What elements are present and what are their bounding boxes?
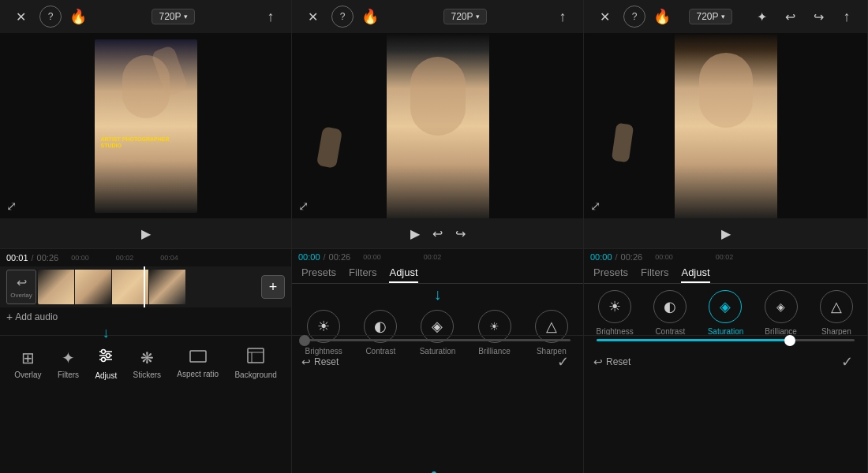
panel-2-header: ✕ ? 🔥 720P ▾ ↑ [292, 0, 583, 33]
video-preview-3 [675, 33, 777, 218]
upload-button-3[interactable]: ↑ [836, 6, 858, 28]
quality-badge-1[interactable]: 720P ▾ [152, 9, 194, 24]
time-current-2: 00:00 [298, 252, 320, 262]
upload-button-1[interactable]: ↑ [260, 6, 282, 28]
saturation-circle-3: ◈ [709, 290, 742, 323]
slider-thumb-3[interactable] [784, 335, 795, 346]
background-icon [247, 348, 264, 367]
magic-button-3[interactable]: ✦ [750, 6, 773, 28]
fullscreen-button-2[interactable]: ⤢ [298, 199, 309, 214]
fullscreen-button-1[interactable]: ⤢ [6, 199, 17, 214]
video-preview-2 [387, 33, 489, 218]
help-button-1[interactable]: ? [39, 6, 62, 28]
panel-3-header: ✕ ? 🔥 720P ▾ ✦ ↩ ↪ ↑ [584, 0, 867, 33]
confirm-button-2[interactable]: ✓ [552, 351, 574, 373]
cover-label: Overlay [10, 292, 32, 299]
panel-1-header: ✕ ? 🔥 720P ▾ ↑ [0, 0, 291, 33]
slider-thumb-2[interactable] [299, 335, 310, 346]
brilliance-circle-3: ◈ [765, 290, 798, 323]
video-panel-2: ✕ ? 🔥 720P ▾ ↑ ⤢ ▶ ↩ ↪ [292, 0, 584, 248]
timeline-track-1[interactable]: ↩ Overlay + [0, 266, 291, 307]
tab-presets-3[interactable]: Presets [593, 266, 628, 283]
play-button-1[interactable]: ▶ [141, 226, 151, 241]
svg-point-5 [102, 358, 106, 362]
close-button-3[interactable]: ✕ [593, 6, 615, 28]
timeline-header-3: 00:00 / 00:26 00:00 00:02 [584, 249, 867, 265]
filters-icon: ✦ [62, 348, 75, 367]
reset-row-3: ↩ Reset ✓ [584, 348, 867, 376]
reset-button-3[interactable]: ↩ Reset [593, 356, 630, 368]
slider-track-3[interactable] [597, 339, 855, 341]
time-current-3: 00:00 [590, 252, 612, 262]
adjust-label: Adjust [95, 371, 117, 380]
nav-aspect-ratio[interactable]: Aspect ratio [172, 344, 223, 383]
stickers-icon: ❋ [140, 348, 154, 367]
bottom-nav-panel: ⊞ Overlay ✦ Filters Ad [0, 336, 292, 473]
undo-button-3[interactable]: ↩ [779, 6, 801, 28]
play-button-2[interactable]: ▶ [410, 226, 420, 241]
play-button-3[interactable]: ▶ [721, 226, 731, 241]
overlay-label: Overlay [14, 371, 41, 379]
flame-icon-2: 🔥 [361, 8, 379, 25]
undo-button-2[interactable]: ↩ [432, 226, 443, 241]
overlay-icon: ⊞ [21, 348, 35, 367]
nav-stickers[interactable]: ❋ Stickers [128, 344, 166, 384]
contrast-circle-3: ◐ [653, 290, 687, 323]
video-area-3: ⤢ [584, 33, 867, 218]
nav-adjust[interactable]: Adjust ↓ [90, 342, 122, 385]
aspect-ratio-label: Aspect ratio [177, 370, 219, 378]
slider-track-2[interactable] [305, 339, 571, 341]
background-label: Background [234, 371, 276, 379]
video-panel-3: ✕ ? 🔥 720P ▾ ✦ ↩ ↪ ↑ ⤢ [584, 0, 868, 248]
tool-sharpen-3[interactable]: △ Sharpen [815, 290, 858, 336]
reset-button-2[interactable]: ↩ Reset [301, 356, 339, 368]
sharpen-circle-3: △ [820, 290, 853, 323]
video-area-1: ARTIST PHOTOGRAPHERstudio ⤢ [0, 33, 291, 218]
quality-label-3: 720P [696, 11, 718, 22]
slider-row-3 [584, 336, 867, 348]
video-preview-1: ARTIST PHOTOGRAPHERstudio [95, 39, 197, 213]
reset-icon-2: ↩ [301, 356, 311, 368]
redo-button-2[interactable]: ↪ [455, 226, 466, 241]
close-button-1[interactable]: ✕ [9, 6, 32, 28]
time-total-3: 00:26 [621, 252, 643, 262]
adjust-arrow: ↓ [103, 325, 110, 341]
add-audio-label: Add audio [15, 311, 58, 322]
tab-presets-2[interactable]: Presets [301, 266, 336, 283]
confirm-button-3[interactable]: ✓ [836, 351, 858, 373]
playhead-1 [144, 266, 145, 307]
nav-overlay[interactable]: ⊞ Overlay [9, 344, 46, 384]
help-button-2[interactable]: ? [331, 6, 354, 28]
bottom-adjust-panel-3: ↩ Reset ✓ [584, 336, 868, 473]
tab-filters-3[interactable]: Filters [641, 266, 668, 283]
reset-icon-3: ↩ [593, 356, 603, 368]
add-clip-button[interactable]: + [261, 275, 285, 299]
quality-badge-2[interactable]: 720P ▾ [443, 9, 486, 24]
tool-saturation-3[interactable]: ◈ Saturation [704, 290, 746, 336]
overlay-text-1: ARTIST PHOTOGRAPHERstudio [101, 136, 170, 150]
stickers-label: Stickers [133, 371, 161, 379]
fullscreen-button-3[interactable]: ⤢ [590, 199, 600, 214]
tool-contrast-3[interactable]: ◐ Contrast [649, 290, 691, 336]
bottom-adjust-panel-2: ↩ Reset ✓ [292, 336, 584, 473]
timeline-panel-2: 00:00 / 00:26 00:00 00:02 Presets Filter… [292, 249, 584, 335]
quality-label-1: 720P [159, 11, 181, 22]
add-audio-button[interactable]: + Add audio [6, 311, 58, 323]
close-button-2[interactable]: ✕ [301, 6, 324, 28]
help-button-3[interactable]: ? [623, 6, 645, 28]
upload-button-2[interactable]: ↑ [552, 6, 574, 28]
tab-filters-2[interactable]: Filters [349, 266, 376, 283]
svg-point-4 [107, 354, 110, 358]
svg-point-3 [102, 350, 106, 354]
tool-brightness-3[interactable]: ☀ Brightness [593, 290, 636, 336]
tab-adjust-2[interactable]: Adjust [389, 266, 417, 283]
nav-background[interactable]: Background [230, 343, 281, 384]
nav-filters[interactable]: ✦ Filters [53, 344, 84, 384]
flame-icon-3: 🔥 [653, 8, 671, 25]
tool-brilliance-3[interactable]: ◈ Brilliance [760, 290, 803, 336]
redo-button-3[interactable]: ↪ [807, 6, 829, 28]
tab-adjust-3[interactable]: Adjust [681, 266, 709, 283]
quality-label-2: 720P [451, 11, 473, 22]
quality-badge-3[interactable]: 720P ▾ [689, 9, 731, 24]
reset-label-3: Reset [606, 356, 630, 367]
